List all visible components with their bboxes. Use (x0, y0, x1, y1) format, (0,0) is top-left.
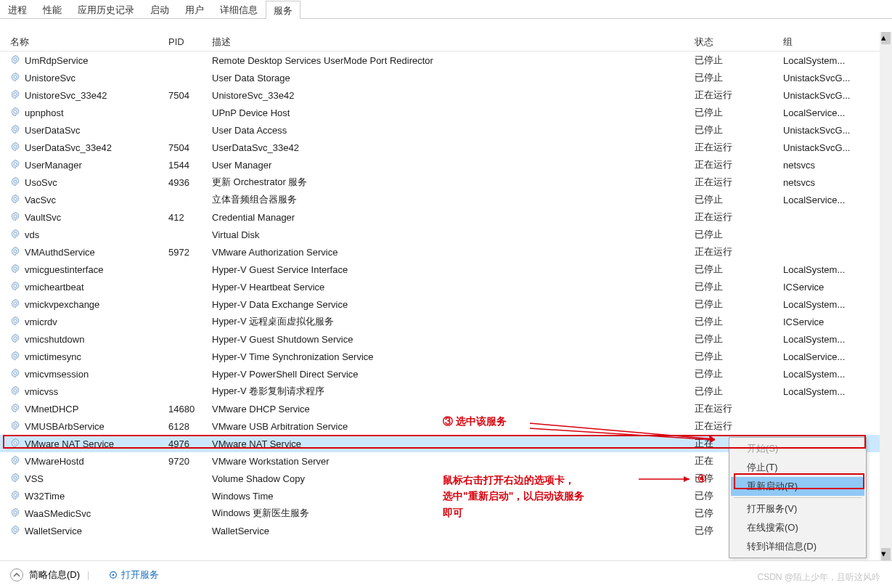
tab-bar: 进程性能应用历史记录启动用户详细信息服务 (0, 0, 892, 19)
table-row[interactable]: UnistoreSvcUser Data Storage已停止UnistackS… (0, 69, 892, 86)
table-row[interactable]: vdsVirtual Disk已停止 (0, 226, 892, 243)
brief-info-link[interactable]: 简略信息(D) (29, 568, 80, 581)
svg-point-23 (14, 459, 17, 462)
table-row[interactable]: UsoSvc4936更新 Orchestrator 服务正在运行netsvcs (0, 173, 892, 191)
svg-point-24 (14, 476, 17, 479)
svg-point-25 (14, 494, 17, 497)
service-icon (10, 298, 22, 310)
svg-point-6 (14, 163, 17, 166)
header-pid[interactable]: PID (168, 36, 212, 47)
scroll-down-button[interactable]: ▾ (881, 548, 891, 560)
svg-point-1 (14, 75, 17, 78)
svg-point-8 (14, 197, 17, 200)
tab-2[interactable]: 应用历史记录 (70, 0, 142, 18)
service-icon (10, 159, 22, 171)
svg-point-3 (14, 110, 17, 113)
service-icon (10, 211, 22, 223)
table-row[interactable]: VMnetDHCP14680VMware DHCP Service正在运行 (0, 400, 892, 417)
table-row[interactable]: UmRdpServiceRemote Desktop Services User… (0, 52, 892, 69)
table-row[interactable]: upnphostUPnP Device Host已停止LocalService.… (0, 104, 892, 121)
tab-4[interactable]: 用户 (177, 0, 212, 18)
service-icon (10, 473, 22, 484)
service-icon (10, 403, 22, 415)
table-row[interactable]: VaultSvc412Credential Manager正在运行 (0, 208, 892, 226)
service-icon (10, 525, 22, 536)
tab-6[interactable]: 服务 (266, 1, 300, 19)
service-icon (10, 246, 22, 258)
service-icon (10, 438, 22, 449)
service-icon (10, 124, 22, 136)
service-icon (10, 176, 22, 188)
menu-separator (734, 497, 862, 498)
service-icon (10, 351, 22, 362)
table-row[interactable]: UserDataSvc_33e427504UserDataSvc_33e42正在… (0, 139, 892, 156)
svg-point-5 (14, 145, 17, 148)
menu-item: 开始(S) (731, 439, 864, 458)
svg-point-7 (14, 180, 17, 183)
svg-point-10 (14, 232, 17, 235)
table-row[interactable]: UserManager1544User Manager正在运行netsvcs (0, 156, 892, 173)
service-icon (10, 264, 22, 275)
svg-point-19 (14, 389, 17, 392)
service-icon (10, 507, 22, 519)
service-icon (10, 368, 22, 380)
menu-item[interactable]: 打开服务(V) (731, 499, 864, 518)
vertical-scrollbar[interactable]: ▴ ▾ (880, 32, 892, 560)
svg-point-13 (14, 285, 17, 287)
service-icon (10, 385, 22, 397)
service-icon (10, 142, 22, 153)
service-icon (10, 54, 22, 66)
svg-point-18 (14, 372, 17, 375)
header-status[interactable]: 状态 (695, 36, 783, 49)
svg-point-11 (14, 250, 17, 253)
context-menu: 开始(S)停止(T)重新启动(R)打开服务(V)在线搜索(O)转到详细信息(D) (729, 437, 867, 558)
menu-item[interactable]: 重新启动(R) (731, 477, 864, 496)
svg-point-21 (14, 424, 17, 427)
service-icon (10, 455, 22, 467)
menu-item[interactable]: 在线搜索(O) (731, 518, 864, 537)
table-row[interactable]: UnistoreSvc_33e427504UnistoreSvc_33e42正在… (0, 86, 892, 104)
service-icon (10, 72, 22, 83)
table-row[interactable]: UserDataSvcUser Data Access已停止UnistackSv… (0, 121, 892, 139)
service-icon (10, 420, 22, 432)
table-row[interactable]: vmicvssHyper-V 卷影复制请求程序已停止LocalSystem... (0, 383, 892, 400)
header-name[interactable]: 名称 (10, 36, 168, 49)
svg-point-14 (14, 302, 17, 305)
svg-point-35 (112, 573, 115, 576)
service-icon (10, 229, 22, 240)
table-row[interactable]: VMAuthdService5972VMware Authorization S… (0, 243, 892, 261)
table-row[interactable]: vmicrdvHyper-V 远程桌面虚拟化服务已停止ICService (0, 313, 892, 330)
table-row[interactable]: vmicguestinterfaceHyper-V Guest Service … (0, 261, 892, 278)
menu-item[interactable]: 转到详细信息(D) (731, 537, 864, 556)
table-row[interactable]: VacSvc立体音频组合器服务已停止LocalService... (0, 191, 892, 208)
svg-point-22 (14, 441, 17, 444)
svg-point-9 (14, 215, 17, 218)
header-group[interactable]: 组 (783, 36, 892, 49)
table-header[interactable]: 名称 PID 描述 状态 组 (0, 33, 892, 52)
table-row[interactable]: vmickvpexchangeHyper-V Data Exchange Ser… (0, 295, 892, 313)
service-icon (10, 89, 22, 101)
header-desc[interactable]: 描述 (212, 36, 695, 49)
service-icon (10, 107, 22, 118)
table-row[interactable]: vmicshutdownHyper-V Guest Shutdown Servi… (0, 330, 892, 348)
table-row[interactable]: vmicvmsessionHyper-V PowerShell Direct S… (0, 365, 892, 383)
chevron-up-icon[interactable] (10, 568, 23, 581)
svg-point-16 (14, 337, 17, 340)
tab-3[interactable]: 启动 (142, 0, 177, 18)
tab-5[interactable]: 详细信息 (212, 0, 266, 18)
table-row[interactable]: vmictimesyncHyper-V Time Synchronization… (0, 348, 892, 365)
svg-point-17 (14, 354, 17, 357)
service-icon (10, 333, 22, 345)
svg-point-4 (14, 128, 17, 131)
scroll-up-button[interactable]: ▴ (881, 32, 891, 44)
table-row[interactable]: VMUSBArbService6128VMware USB Arbitratio… (0, 417, 892, 435)
service-icon (10, 194, 22, 205)
tab-0[interactable]: 进程 (0, 0, 35, 18)
service-icon (10, 281, 22, 293)
table-row[interactable]: vmicheartbeatHyper-V Heartbeat Service已停… (0, 278, 892, 295)
menu-item[interactable]: 停止(T) (731, 458, 864, 477)
svg-point-27 (14, 528, 17, 531)
open-services-link[interactable]: 打开服务 (108, 568, 159, 581)
tab-1[interactable]: 性能 (35, 0, 70, 18)
svg-point-2 (14, 93, 17, 96)
